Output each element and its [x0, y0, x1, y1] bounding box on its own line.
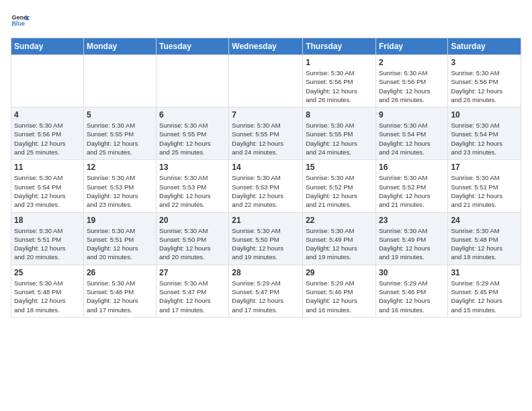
- calendar-day-7: 7Sunrise: 5:30 AM Sunset: 5:55 PM Daylig…: [229, 107, 303, 160]
- day-info: Sunrise: 5:30 AM Sunset: 5:49 PM Dayligh…: [379, 226, 445, 262]
- calendar-day-24: 24Sunrise: 5:30 AM Sunset: 5:48 PM Dayli…: [448, 212, 521, 265]
- day-info: Sunrise: 5:30 AM Sunset: 5:51 PM Dayligh…: [451, 173, 518, 209]
- day-number: 19: [87, 216, 153, 225]
- day-number: 11: [14, 163, 81, 172]
- calendar-day-17: 17Sunrise: 5:30 AM Sunset: 5:51 PM Dayli…: [448, 160, 521, 212]
- weekday-header-thursday: Thursday: [303, 38, 376, 55]
- day-info: Sunrise: 5:29 AM Sunset: 5:47 PM Dayligh…: [232, 279, 300, 314]
- calendar-day-4: 4Sunrise: 5:30 AM Sunset: 5:56 PM Daylig…: [11, 107, 84, 160]
- calendar-day-31: 31Sunrise: 5:29 AM Sunset: 5:45 PM Dayli…: [448, 265, 521, 317]
- calendar-day-23: 23Sunrise: 5:30 AM Sunset: 5:49 PM Dayli…: [375, 212, 447, 265]
- day-info: Sunrise: 5:30 AM Sunset: 5:48 PM Dayligh…: [14, 279, 81, 314]
- day-info: Sunrise: 5:30 AM Sunset: 5:50 PM Dayligh…: [232, 226, 300, 262]
- day-info: Sunrise: 5:30 AM Sunset: 5:53 PM Dayligh…: [159, 173, 226, 209]
- calendar-week-row: 1Sunrise: 5:30 AM Sunset: 5:56 PM Daylig…: [11, 55, 521, 107]
- calendar-day-14: 14Sunrise: 5:30 AM Sunset: 5:53 PM Dayli…: [229, 160, 303, 212]
- calendar-day-26: 26Sunrise: 5:30 AM Sunset: 5:48 PM Dayli…: [83, 265, 156, 317]
- calendar-day-1: 1Sunrise: 5:30 AM Sunset: 5:56 PM Daylig…: [303, 55, 376, 107]
- calendar-body: 1Sunrise: 5:30 AM Sunset: 5:56 PM Daylig…: [11, 55, 521, 318]
- day-number: 24: [451, 216, 518, 225]
- day-number: 14: [232, 163, 300, 172]
- day-number: 6: [159, 110, 226, 120]
- calendar-day-30: 30Sunrise: 5:29 AM Sunset: 5:46 PM Dayli…: [375, 265, 447, 317]
- day-number: 29: [306, 268, 373, 277]
- day-number: 17: [451, 163, 518, 172]
- calendar-day-22: 22Sunrise: 5:30 AM Sunset: 5:49 PM Dayli…: [303, 212, 376, 265]
- calendar-day-10: 10Sunrise: 5:30 AM Sunset: 5:54 PM Dayli…: [448, 107, 521, 160]
- day-info: Sunrise: 5:30 AM Sunset: 5:53 PM Dayligh…: [232, 173, 300, 209]
- calendar-day-11: 11Sunrise: 5:30 AM Sunset: 5:54 PM Dayli…: [11, 160, 84, 212]
- day-number: 16: [379, 163, 445, 172]
- calendar-day-15: 15Sunrise: 5:30 AM Sunset: 5:52 PM Dayli…: [303, 160, 376, 212]
- day-number: 30: [379, 268, 445, 277]
- day-number: 5: [87, 110, 153, 120]
- page-header: General Blue: [11, 11, 521, 30]
- calendar-day-20: 20Sunrise: 5:30 AM Sunset: 5:50 PM Dayli…: [157, 212, 229, 265]
- weekday-header-sunday: Sunday: [11, 38, 84, 55]
- calendar-week-row: 11Sunrise: 5:30 AM Sunset: 5:54 PM Dayli…: [11, 160, 521, 212]
- day-info: Sunrise: 5:30 AM Sunset: 5:56 PM Dayligh…: [451, 68, 518, 104]
- day-number: 12: [87, 163, 153, 172]
- day-info: Sunrise: 5:30 AM Sunset: 5:53 PM Dayligh…: [87, 173, 153, 209]
- day-number: 31: [451, 268, 518, 277]
- calendar-day-9: 9Sunrise: 5:30 AM Sunset: 5:54 PM Daylig…: [375, 107, 447, 160]
- day-number: 22: [306, 216, 373, 225]
- day-info: Sunrise: 5:30 AM Sunset: 5:49 PM Dayligh…: [306, 226, 373, 262]
- day-info: Sunrise: 5:30 AM Sunset: 5:54 PM Dayligh…: [14, 173, 81, 209]
- day-number: 9: [379, 110, 445, 120]
- day-number: 15: [306, 163, 373, 172]
- calendar-week-row: 18Sunrise: 5:30 AM Sunset: 5:51 PM Dayli…: [11, 212, 521, 265]
- calendar-week-row: 4Sunrise: 5:30 AM Sunset: 5:56 PM Daylig…: [11, 107, 521, 160]
- svg-text:Blue: Blue: [11, 20, 25, 27]
- day-info: Sunrise: 5:30 AM Sunset: 5:54 PM Dayligh…: [451, 121, 518, 156]
- day-number: 1: [306, 58, 373, 67]
- day-info: Sunrise: 5:30 AM Sunset: 5:47 PM Dayligh…: [159, 279, 226, 314]
- day-info: Sunrise: 5:29 AM Sunset: 5:46 PM Dayligh…: [306, 279, 373, 314]
- day-info: Sunrise: 5:30 AM Sunset: 5:52 PM Dayligh…: [306, 173, 373, 209]
- logo: General Blue: [11, 11, 30, 30]
- weekday-header-wednesday: Wednesday: [229, 38, 303, 55]
- day-number: 26: [87, 268, 153, 277]
- calendar-day-8: 8Sunrise: 5:30 AM Sunset: 5:55 PM Daylig…: [303, 107, 376, 160]
- day-info: Sunrise: 5:30 AM Sunset: 5:51 PM Dayligh…: [87, 226, 153, 262]
- day-info: Sunrise: 5:30 AM Sunset: 5:55 PM Dayligh…: [232, 121, 300, 156]
- day-number: 25: [14, 268, 81, 277]
- calendar-table: SundayMondayTuesdayWednesdayThursdayFrid…: [11, 38, 521, 318]
- calendar-day-13: 13Sunrise: 5:30 AM Sunset: 5:53 PM Dayli…: [157, 160, 229, 212]
- calendar-day-28: 28Sunrise: 5:29 AM Sunset: 5:47 PM Dayli…: [229, 265, 303, 317]
- calendar-day-empty: [157, 55, 229, 107]
- day-number: 2: [379, 58, 445, 67]
- calendar-day-16: 16Sunrise: 5:30 AM Sunset: 5:52 PM Dayli…: [375, 160, 447, 212]
- day-number: 28: [232, 268, 300, 277]
- day-number: 7: [232, 110, 300, 120]
- weekday-header-friday: Friday: [375, 38, 447, 55]
- calendar-header: SundayMondayTuesdayWednesdayThursdayFrid…: [11, 38, 521, 55]
- day-info: Sunrise: 5:30 AM Sunset: 5:56 PM Dayligh…: [306, 68, 373, 104]
- day-number: 4: [14, 110, 81, 120]
- day-info: Sunrise: 5:30 AM Sunset: 5:48 PM Dayligh…: [451, 226, 518, 262]
- day-info: Sunrise: 5:30 AM Sunset: 5:56 PM Dayligh…: [379, 68, 445, 104]
- day-info: Sunrise: 5:29 AM Sunset: 5:46 PM Dayligh…: [379, 279, 445, 314]
- calendar-week-row: 25Sunrise: 5:30 AM Sunset: 5:48 PM Dayli…: [11, 265, 521, 317]
- day-number: 23: [379, 216, 445, 225]
- day-info: Sunrise: 5:29 AM Sunset: 5:45 PM Dayligh…: [451, 279, 518, 314]
- day-info: Sunrise: 5:30 AM Sunset: 5:56 PM Dayligh…: [14, 121, 81, 156]
- calendar-day-12: 12Sunrise: 5:30 AM Sunset: 5:53 PM Dayli…: [83, 160, 156, 212]
- calendar-day-3: 3Sunrise: 5:30 AM Sunset: 5:56 PM Daylig…: [448, 55, 521, 107]
- calendar-day-empty: [229, 55, 303, 107]
- day-info: Sunrise: 5:30 AM Sunset: 5:55 PM Dayligh…: [306, 121, 373, 156]
- day-number: 27: [159, 268, 226, 277]
- day-number: 8: [306, 110, 373, 120]
- day-number: 20: [159, 216, 226, 225]
- calendar-day-25: 25Sunrise: 5:30 AM Sunset: 5:48 PM Dayli…: [11, 265, 84, 317]
- day-info: Sunrise: 5:30 AM Sunset: 5:54 PM Dayligh…: [379, 121, 445, 156]
- calendar-day-21: 21Sunrise: 5:30 AM Sunset: 5:50 PM Dayli…: [229, 212, 303, 265]
- day-number: 13: [159, 163, 226, 172]
- calendar-day-18: 18Sunrise: 5:30 AM Sunset: 5:51 PM Dayli…: [11, 212, 84, 265]
- day-info: Sunrise: 5:30 AM Sunset: 5:55 PM Dayligh…: [159, 121, 226, 156]
- day-number: 10: [451, 110, 518, 120]
- day-number: 21: [232, 216, 300, 225]
- calendar-day-27: 27Sunrise: 5:30 AM Sunset: 5:47 PM Dayli…: [157, 265, 229, 317]
- weekday-header-monday: Monday: [83, 38, 156, 55]
- logo-icon: General Blue: [11, 11, 30, 30]
